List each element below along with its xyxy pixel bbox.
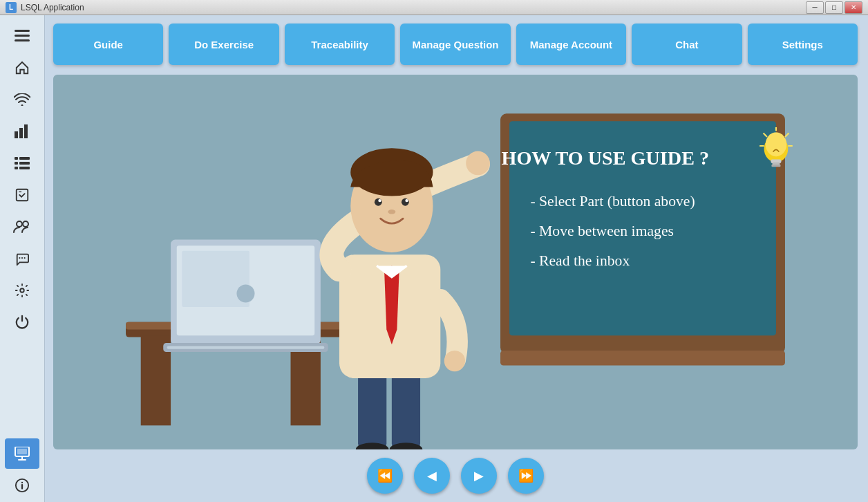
svg-rect-12 [17,189,28,201]
svg-point-62 [466,151,490,176]
content-area: HOW TO USE GUIDE ? [53,75,858,449]
sidebar-item-power[interactable] [5,307,39,337]
svg-point-26 [21,482,23,483]
sidebar-item-info[interactable] [5,470,39,501]
nav-settings-button[interactable]: Settings [748,24,858,65]
sidebar-item-list[interactable] [5,148,39,178]
svg-point-15 [23,221,28,227]
nav-manage-account-button[interactable]: Manage Account [516,24,626,65]
nav-controls: ⏪ ◀ ▶ ⏩ [53,458,858,494]
svg-rect-2 [15,39,30,41]
window-controls: ─ □ ✕ [806,1,862,14]
svg-rect-7 [19,157,30,160]
svg-point-67 [402,198,409,206]
minimize-button[interactable]: ─ [806,1,824,14]
app-container: Guide Do Exercise Traceability Manage Qu… [0,15,868,502]
close-button[interactable]: ✕ [845,1,862,14]
fast-forward-button[interactable]: ⏩ [508,458,544,494]
nav-chat-button[interactable]: Chat [632,24,742,65]
nav-bar: Guide Do Exercise Traceability Manage Qu… [53,24,858,65]
svg-rect-55 [500,351,785,366]
svg-rect-1 [15,35,30,37]
svg-rect-5 [24,124,28,138]
svg-point-18 [24,257,26,259]
svg-rect-11 [19,167,30,169]
svg-rect-57 [392,367,420,449]
svg-text:- Read the inbox: - Read the inbox [530,252,630,269]
sidebar-item-presentation[interactable] [5,438,39,469]
svg-rect-23 [17,449,27,454]
svg-rect-6 [15,157,18,160]
svg-point-66 [375,198,382,206]
guide-scene: HOW TO USE GUIDE ? [53,75,858,449]
svg-rect-37 [167,346,325,348]
app-icon: L [6,2,17,13]
svg-rect-10 [15,167,18,169]
nav-manage-question-button[interactable]: Manage Question [400,24,510,65]
svg-point-46 [766,132,786,156]
svg-rect-8 [15,162,18,165]
svg-rect-9 [19,162,30,165]
nav-traceability-button[interactable]: Traceability [285,24,395,65]
next-button[interactable]: ▶ [461,458,497,494]
sidebar-item-wifi[interactable] [5,84,39,115]
main-content: Guide Do Exercise Traceability Manage Qu… [45,15,868,502]
title-bar: L LSQL Application ─ □ ✕ [0,0,868,15]
svg-text:- Select Part (button above): - Select Part (button above) [530,193,695,210]
maximize-button[interactable]: □ [825,1,843,14]
sidebar-item-menu[interactable] [5,21,39,51]
svg-point-70 [388,210,395,214]
app-title: LSQL Application [21,3,806,12]
svg-point-14 [17,221,22,227]
prev-button[interactable]: ◀ [414,458,450,494]
svg-point-19 [20,288,24,292]
svg-point-16 [19,257,20,259]
sidebar-item-settings[interactable] [5,275,39,306]
sidebar-item-users[interactable] [5,212,39,242]
nav-guide-button[interactable]: Guide [53,24,163,65]
svg-point-35 [236,285,254,303]
sidebar-item-task[interactable] [5,180,39,210]
svg-text:HOW TO USE GUIDE ?: HOW TO USE GUIDE ? [502,147,710,169]
svg-point-17 [21,257,23,259]
svg-text:- Move between images: - Move between images [530,223,674,239]
sidebar-item-chat[interactable] [5,243,39,274]
svg-rect-45 [771,165,780,167]
svg-rect-56 [358,367,386,449]
svg-point-63 [444,351,465,371]
rewind-button[interactable]: ⏪ [367,458,403,494]
svg-rect-0 [15,30,30,32]
nav-do-exercise-button[interactable]: Do Exercise [169,24,279,65]
svg-rect-4 [19,128,23,138]
sidebar-item-chart[interactable] [5,116,39,147]
sidebar [0,15,45,502]
svg-point-69 [405,199,408,202]
svg-rect-3 [15,131,18,138]
sidebar-item-home[interactable] [5,53,39,83]
svg-point-68 [378,199,381,202]
